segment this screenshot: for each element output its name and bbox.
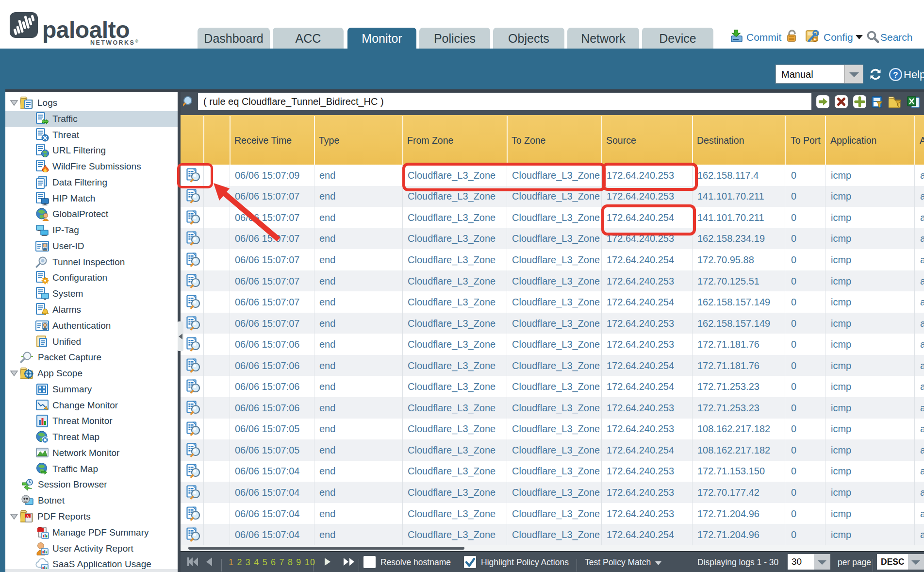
svg-text:?: ? bbox=[893, 70, 898, 80]
svg-text:A: A bbox=[26, 514, 29, 519]
